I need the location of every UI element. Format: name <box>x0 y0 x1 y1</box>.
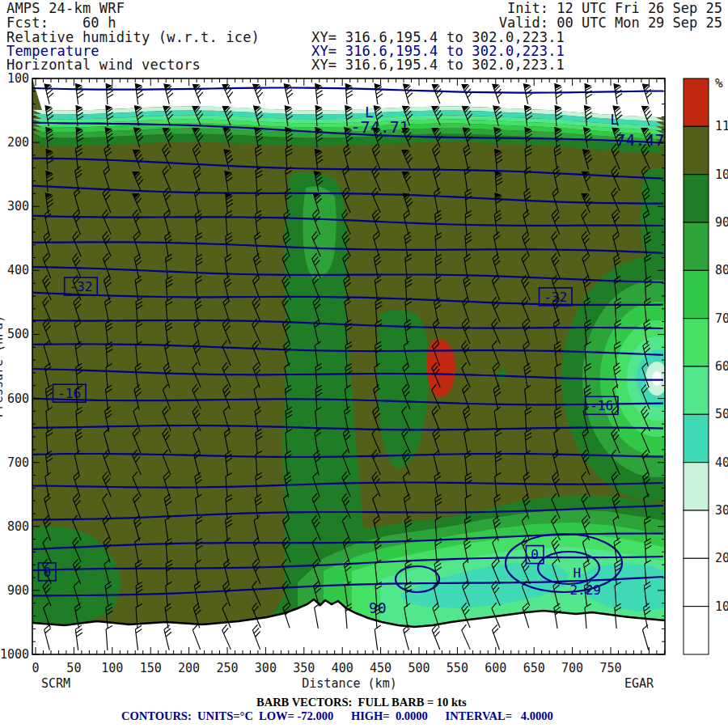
svg-text:200: 200 <box>178 661 200 675</box>
svg-text:100: 100 <box>715 167 728 182</box>
svg-text:500: 500 <box>408 661 430 675</box>
svg-text:750: 750 <box>599 661 621 675</box>
svg-text:400: 400 <box>7 263 29 277</box>
svg-text:50: 50 <box>715 407 728 421</box>
barb-caption: BARB VECTORS: FULL BARB = 10 kts <box>256 696 467 709</box>
station-label-right: EGAR <box>613 676 665 691</box>
colorbar: %110100908070605040302010 <box>684 75 728 654</box>
y-axis-title: Pressure (hPa) <box>0 315 6 417</box>
svg-text:400: 400 <box>332 661 353 675</box>
svg-text:700: 700 <box>561 661 583 675</box>
svg-text:650: 650 <box>523 661 545 675</box>
svg-text:50: 50 <box>66 661 81 675</box>
svg-text:900: 900 <box>7 583 29 598</box>
svg-text:100: 100 <box>101 661 123 675</box>
svg-text:250: 250 <box>216 661 238 675</box>
station-label-left: SCRM <box>32 676 79 691</box>
contour-caption: CONTOURS: UNITS=°C LOW= -72.000 HIGH= 0.… <box>121 709 553 723</box>
svg-text:-74.47: -74.47 <box>606 130 664 150</box>
svg-text:60: 60 <box>715 359 728 374</box>
svg-text:500: 500 <box>7 327 29 341</box>
svg-text:20: 20 <box>715 551 728 565</box>
svg-text:10: 10 <box>715 599 728 614</box>
svg-text:110: 110 <box>715 119 728 133</box>
svg-text:700: 700 <box>7 455 29 470</box>
svg-text:800: 800 <box>7 519 29 534</box>
svg-text:450: 450 <box>370 661 392 675</box>
x-axis-tick-labels: 0501001502002503003504004505005506006507… <box>32 661 621 675</box>
svg-text:70: 70 <box>715 311 728 326</box>
svg-text:-16: -16 <box>590 398 613 413</box>
svg-text:100: 100 <box>7 71 29 86</box>
svg-text:90: 90 <box>715 215 728 230</box>
svg-text:150: 150 <box>140 661 162 675</box>
svg-text:300: 300 <box>255 661 277 675</box>
svg-text:30: 30 <box>715 503 728 518</box>
svg-text:80: 80 <box>715 263 728 277</box>
svg-text:600: 600 <box>485 661 506 675</box>
svg-text:350: 350 <box>293 661 315 675</box>
svg-text:600: 600 <box>7 392 29 406</box>
svg-text:%: % <box>715 75 723 91</box>
svg-text:550: 550 <box>447 661 468 675</box>
svg-text:40: 40 <box>715 455 728 470</box>
svg-text:0: 0 <box>43 565 51 580</box>
svg-text:300: 300 <box>7 199 29 214</box>
svg-text:1000: 1000 <box>0 647 29 662</box>
cross-section-plot: -32-32-16-1600L-74.71L-74.47H2.299005010… <box>0 0 728 728</box>
svg-text:H: H <box>573 565 581 581</box>
svg-text:0: 0 <box>531 547 539 562</box>
svg-text:-32: -32 <box>544 290 567 305</box>
svg-text:0: 0 <box>32 661 39 675</box>
svg-text:200: 200 <box>7 135 29 150</box>
x-axis-title: Distance (km) <box>285 676 414 691</box>
amps-cross-section-page: { "header": { "model": "AMPS 24-km WRF",… <box>0 0 728 728</box>
